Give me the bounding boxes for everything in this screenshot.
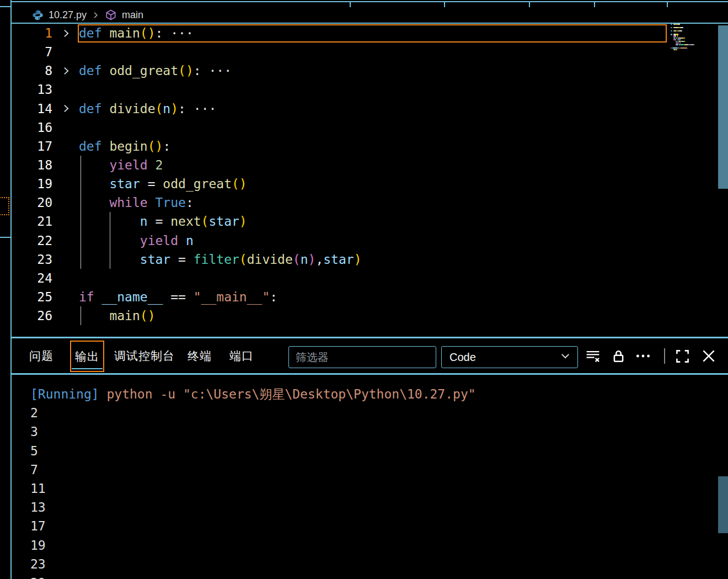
clear-output-icon[interactable] bbox=[584, 347, 602, 365]
code-token: == bbox=[170, 290, 186, 304]
code-token: 23 bbox=[30, 557, 46, 571]
panel-tab-problems[interactable]: 问题 bbox=[29, 338, 53, 373]
line-number: 20 bbox=[12, 195, 52, 210]
minimap-mark bbox=[673, 35, 677, 36]
output-line: 2 bbox=[30, 403, 718, 422]
code-line: 14def divide(n): ··· bbox=[12, 99, 718, 118]
code-line: 20 while True: bbox=[12, 193, 718, 212]
minimap-mark bbox=[678, 47, 679, 49]
line-number: 7 bbox=[12, 45, 52, 59]
line-number: 19 bbox=[12, 177, 52, 191]
code-token: ) bbox=[156, 139, 163, 153]
code-token: def bbox=[79, 139, 102, 153]
indent-guide bbox=[81, 212, 81, 231]
tab-separator bbox=[667, 1, 668, 7]
code-token bbox=[170, 252, 178, 267]
panel-tab-debug-console[interactable]: 调试控制台 bbox=[114, 338, 175, 373]
minimap-mark bbox=[671, 27, 672, 28]
code-token: ··· bbox=[201, 63, 232, 78]
line-number: 14 bbox=[12, 102, 52, 116]
code-token: ) bbox=[308, 252, 316, 267]
close-panel-icon[interactable] bbox=[699, 347, 718, 365]
filter-input[interactable] bbox=[288, 346, 436, 368]
code-token: n bbox=[140, 214, 148, 229]
code-line: 19 star = odd_great() bbox=[12, 174, 718, 193]
minimap-mark bbox=[679, 30, 682, 31]
code-token: 17 bbox=[30, 519, 46, 533]
minimap[interactable] bbox=[671, 24, 717, 101]
code-line: 18 yield 2 bbox=[12, 156, 718, 174]
code-token: ( bbox=[156, 102, 163, 116]
panel-scrollbar-thumb[interactable] bbox=[718, 476, 728, 533]
breadcrumb-symbol[interactable]: main bbox=[122, 9, 143, 21]
code-token: next bbox=[170, 214, 201, 229]
lock-icon[interactable] bbox=[609, 347, 628, 365]
code-token: ( bbox=[293, 252, 301, 267]
chevron-right-icon bbox=[92, 11, 100, 19]
code-token: odd_great bbox=[163, 177, 232, 191]
chevron-down-icon bbox=[560, 350, 571, 364]
code-token bbox=[148, 195, 156, 210]
code-token: __name__ bbox=[102, 290, 163, 304]
tab-separator bbox=[350, 1, 351, 7]
code-token: 2 bbox=[30, 406, 38, 420]
line-number: 26 bbox=[12, 309, 52, 323]
minimap-mark bbox=[677, 41, 678, 42]
left-window-border bbox=[10, 0, 12, 579]
code-line: 7 bbox=[12, 43, 718, 61]
output-line: 13 bbox=[30, 498, 718, 517]
line-number: 23 bbox=[12, 252, 52, 267]
line-number: 18 bbox=[12, 158, 52, 172]
code-token: if bbox=[79, 290, 94, 304]
minimap-mark bbox=[681, 27, 683, 28]
python-file-icon bbox=[32, 9, 44, 21]
panel-tab-output[interactable]: 输出 bbox=[70, 341, 104, 372]
panel-tab-ports[interactable]: 端口 bbox=[229, 338, 254, 373]
minimap-mark bbox=[673, 38, 676, 39]
tabbar-bottom-border bbox=[6, 1, 728, 3]
output-console[interactable]: [Running] python -u "c:\Users\朔星\Desktop… bbox=[12, 375, 718, 579]
fold-chevron-icon[interactable] bbox=[52, 104, 79, 113]
code-token: n bbox=[301, 252, 308, 267]
code-token bbox=[102, 63, 110, 78]
code-token: ) bbox=[148, 309, 156, 323]
code-token: star bbox=[323, 252, 354, 267]
code-token: 19 bbox=[30, 538, 46, 553]
code-token: , bbox=[315, 252, 323, 267]
minimap-mark bbox=[684, 38, 685, 39]
minimap-mark bbox=[680, 44, 684, 45]
code-line: 8def odd_great(): ··· bbox=[12, 61, 718, 80]
editor-rows[interactable]: 1def main(): ···78def odd_great(): ···13… bbox=[12, 24, 718, 337]
output-channel-select[interactable]: Code bbox=[441, 346, 578, 368]
tab-separator bbox=[444, 1, 445, 7]
minimap-mark bbox=[673, 39, 677, 40]
indent-guide bbox=[110, 231, 110, 250]
code-token bbox=[102, 102, 110, 116]
indent-guide bbox=[81, 306, 81, 325]
symbol-module-icon bbox=[105, 9, 117, 21]
fold-chevron-icon[interactable] bbox=[52, 29, 79, 38]
ellipsis-icon[interactable] bbox=[634, 347, 652, 365]
minimap-mark bbox=[676, 43, 679, 44]
left-edge-strip bbox=[0, 0, 10, 579]
code-token bbox=[94, 290, 102, 304]
code-token: [Running] bbox=[30, 387, 106, 401]
code-token bbox=[79, 195, 109, 210]
maximize-panel-icon[interactable] bbox=[673, 347, 692, 365]
panel-header: 问题输出调试控制台终端端口 Code bbox=[12, 338, 728, 373]
minimap-mark bbox=[672, 47, 677, 49]
code-token: ) bbox=[170, 102, 178, 116]
breadcrumb-file[interactable]: 10.27.py bbox=[49, 9, 87, 21]
tab-separator bbox=[529, 1, 530, 7]
fold-chevron-icon[interactable] bbox=[52, 66, 79, 76]
code-token: ) bbox=[186, 63, 194, 78]
indent-guide bbox=[81, 250, 81, 269]
code-token: main bbox=[109, 26, 140, 40]
panel-tab-terminal[interactable]: 终端 bbox=[188, 338, 212, 373]
indent-guide bbox=[81, 156, 81, 174]
editor-scrollbar-thumb[interactable] bbox=[718, 25, 728, 189]
minimap-mark bbox=[676, 38, 677, 39]
minimap-mark bbox=[673, 27, 679, 28]
line-number: 24 bbox=[12, 271, 52, 285]
minimap-mark bbox=[676, 41, 677, 42]
